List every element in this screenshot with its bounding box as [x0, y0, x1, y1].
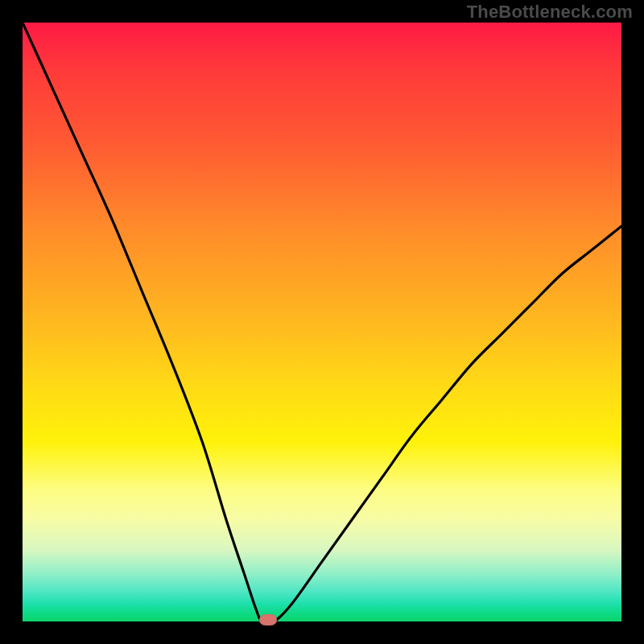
watermark-text: TheBottleneck.com	[467, 2, 633, 23]
optimum-marker	[259, 614, 277, 625]
chart-frame: TheBottleneck.com	[0, 0, 644, 644]
bottleneck-curve	[23, 23, 621, 621]
plot-area	[23, 23, 621, 621]
